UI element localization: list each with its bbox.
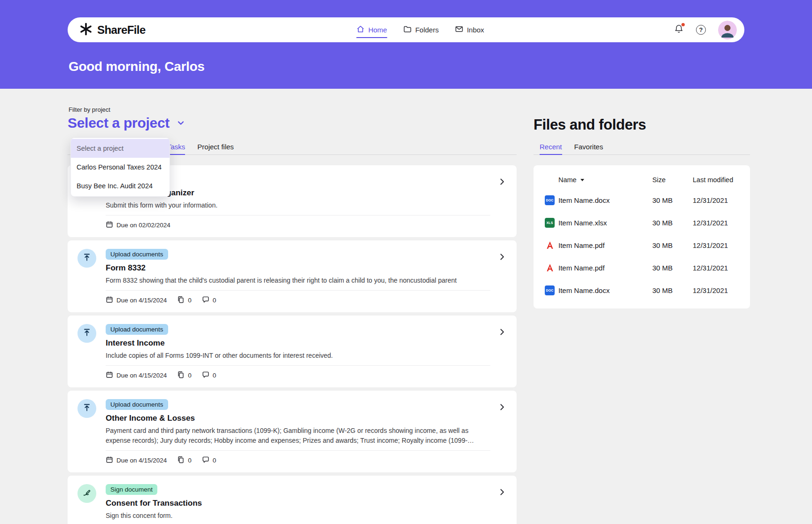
- due-date: Due on 4/15/2024: [106, 371, 167, 380]
- task-badge: Upload documents: [106, 399, 168, 410]
- attachments-counter[interactable]: 0: [177, 296, 192, 305]
- help-button[interactable]: ?: [696, 25, 706, 35]
- column-header-name[interactable]: Name: [558, 176, 652, 184]
- project-dropdown: Select a project Carlos Personal Taxes 2…: [70, 138, 170, 197]
- files-table-body: DOC Item Name.docx 30 MB 12/31/2021 XLS …: [545, 189, 739, 301]
- attachments-counter[interactable]: 0: [177, 371, 192, 380]
- project-dropdown-option[interactable]: Select a project: [71, 139, 170, 158]
- task-title: Interest Income: [106, 339, 490, 348]
- sharefile-logo[interactable]: ShareFile: [79, 22, 146, 38]
- signature-icon: [82, 488, 92, 499]
- task-type-icon: [77, 324, 96, 343]
- file-row[interactable]: DOC Item Name.docx 30 MB 12/31/2021: [545, 189, 739, 211]
- task-description: Payment card and third party network tra…: [106, 426, 490, 446]
- header-hero: ShareFile Home Folders Inbox: [0, 0, 812, 89]
- task-list: Personal Tax Organizer Submit this form …: [68, 165, 517, 524]
- comments-counter[interactable]: 0: [202, 456, 217, 465]
- top-navbar: ShareFile Home Folders Inbox: [68, 17, 744, 42]
- task-type-icon: [77, 249, 96, 268]
- file-row[interactable]: Item Name.pdf 30 MB 12/31/2021: [545, 256, 739, 279]
- sort-desc-icon: [580, 179, 584, 181]
- file-row[interactable]: XLS Item Name.xlsx 30 MB 12/31/2021: [545, 211, 739, 234]
- chevron-right-icon[interactable]: [498, 177, 506, 188]
- home-icon: [356, 25, 364, 35]
- file-row[interactable]: DOC Item Name.docx 30 MB 12/31/2021: [545, 279, 739, 301]
- attachments-icon: [177, 296, 185, 305]
- nav-label-inbox: Inbox: [467, 26, 484, 34]
- xlsx-file-icon: XLS: [545, 218, 555, 228]
- upload-icon: [82, 328, 92, 339]
- task-footer: Due on 4/15/2024 0 0: [106, 290, 490, 305]
- files-table-header: Name Size Last modified: [545, 173, 739, 187]
- inbox-icon: [455, 25, 463, 35]
- brand-name: ShareFile: [97, 23, 146, 37]
- avatar[interactable]: [718, 21, 737, 39]
- attachments-icon: [177, 456, 185, 465]
- nav-item-inbox[interactable]: Inbox: [455, 17, 484, 42]
- file-row[interactable]: Item Name.pdf 30 MB 12/31/2021: [545, 234, 739, 256]
- upload-icon: [82, 403, 92, 414]
- filter-by-project-label: Filter by project: [69, 106, 110, 113]
- nav-label-home: Home: [368, 26, 387, 34]
- nav-item-home[interactable]: Home: [356, 17, 387, 42]
- task-badge: Sign document: [106, 484, 157, 495]
- docx-file-icon: DOC: [545, 285, 555, 295]
- project-select-value: Select a project: [68, 115, 170, 131]
- greeting-text: Good morning, Carlos: [69, 59, 205, 74]
- files-panel-title: Files and folders: [534, 116, 646, 133]
- task-title: Form 8332: [106, 263, 490, 273]
- tab-project-files[interactable]: Project files: [197, 141, 234, 154]
- notifications-button[interactable]: [674, 24, 684, 36]
- navbar-actions: ?: [674, 21, 737, 39]
- chevron-right-icon[interactable]: [498, 328, 506, 338]
- pdf-file-icon: [545, 263, 555, 273]
- files-panel: Name Size Last modified DOC Item Name.do…: [534, 165, 750, 308]
- help-icon: ?: [696, 25, 706, 35]
- chevron-right-icon[interactable]: [498, 488, 506, 498]
- task-footer: Due on 02/02/2024: [106, 215, 490, 230]
- task-description: Submit this form with your information.: [106, 200, 490, 210]
- upload-icon: [82, 253, 92, 264]
- comments-icon: [202, 296, 209, 305]
- comments-counter[interactable]: 0: [202, 371, 217, 380]
- attachments-counter[interactable]: 0: [177, 456, 192, 465]
- comments-counter[interactable]: 0: [202, 296, 217, 305]
- main-nav: Home Folders Inbox: [356, 17, 484, 42]
- project-dropdown-option[interactable]: Busy Bee Inc. Audit 2024: [71, 177, 170, 195]
- calendar-icon: [106, 296, 113, 305]
- due-date: Due on 02/02/2024: [106, 221, 170, 230]
- due-date: Due on 4/15/2024: [106, 296, 167, 305]
- task-card[interactable]: Upload documents Form 8332 Form 8332 sho…: [68, 240, 517, 312]
- attachments-icon: [177, 371, 185, 380]
- calendar-icon: [106, 221, 113, 230]
- sharefile-logo-icon: [79, 22, 93, 38]
- chevron-down-icon: [176, 115, 186, 131]
- task-card[interactable]: Upload documents Interest Income Include…: [68, 316, 517, 387]
- tab-recent[interactable]: Recent: [540, 141, 562, 154]
- task-description: Form 8332 showing that the child's custo…: [106, 276, 490, 285]
- calendar-icon: [106, 371, 113, 380]
- tab-favorites[interactable]: Favorites: [574, 141, 603, 154]
- project-dropdown-option[interactable]: Carlos Personal Taxes 2024: [71, 158, 170, 177]
- chevron-right-icon[interactable]: [498, 403, 506, 413]
- task-footer: Due on 4/15/2024 0 0: [106, 365, 490, 380]
- task-badge: Upload documents: [106, 249, 168, 260]
- project-select-trigger[interactable]: Select a project: [68, 115, 186, 131]
- task-card[interactable]: Upload documents Other Income & Losses P…: [68, 391, 517, 472]
- notification-dot: [681, 23, 685, 26]
- task-description: Include copies of all Forms 1099-INT or …: [106, 351, 490, 361]
- task-card[interactable]: Sign document Consent for Transactions S…: [68, 476, 517, 524]
- calendar-icon: [106, 456, 113, 465]
- task-type-icon: [77, 484, 96, 503]
- task-type-icon: [77, 399, 96, 418]
- nav-item-folders[interactable]: Folders: [403, 17, 439, 42]
- project-dropdown-list: Select a project Carlos Personal Taxes 2…: [71, 139, 170, 195]
- task-title: Consent for Transactions: [106, 499, 490, 508]
- task-title: Other Income & Losses: [106, 414, 490, 423]
- due-date: Due on 4/15/2024: [106, 456, 167, 465]
- chevron-right-icon[interactable]: [498, 253, 506, 263]
- column-header-size[interactable]: Size: [652, 176, 693, 184]
- column-header-modified[interactable]: Last modified: [693, 176, 739, 184]
- docx-file-icon: DOC: [545, 195, 555, 205]
- comments-icon: [202, 456, 209, 465]
